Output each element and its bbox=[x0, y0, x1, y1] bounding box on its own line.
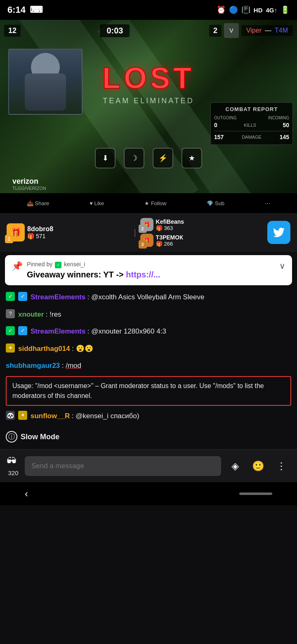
slow-mode-text: Slow Mode bbox=[21, 433, 59, 441]
donors-bar: 🎁 1 8dobro8 🎁 571 | 🎁 2 KefiBeans 🎁 363 bbox=[0, 213, 297, 252]
username-siddhar[interactable]: siddharthag014 bbox=[18, 345, 70, 353]
chat-msg-content-2: xnouter : !res bbox=[18, 309, 291, 320]
nav-pill[interactable] bbox=[239, 492, 272, 495]
donors-divider: | bbox=[134, 228, 136, 237]
username-xnouter[interactable]: xnouter bbox=[18, 310, 44, 318]
ability-3[interactable]: ⚡ bbox=[153, 148, 173, 168]
combat-incoming-label: INCOMING bbox=[268, 116, 289, 120]
stream-ctrl-follow[interactable]: ★ Follow bbox=[144, 200, 166, 206]
chat-area: 📌 Pinned by ✓ kensei_i Giveaway winners:… bbox=[0, 255, 297, 449]
cmd-usage-text: Usage: "/mod <username>" – Grant moderat… bbox=[12, 382, 264, 399]
signal-icon: 4G↑ bbox=[266, 7, 277, 14]
chat-text-2: : !res bbox=[46, 310, 61, 318]
chat-text-3: : @xnouter 1280x960 4:3 bbox=[87, 327, 166, 335]
video-player[interactable]: 12 0:03 2 V Viper — T4M LOST TEAM ELIMIN… bbox=[0, 20, 297, 193]
message-input[interactable] bbox=[25, 456, 221, 476]
game-hud-top: 12 0:03 2 V Viper — T4M bbox=[0, 23, 297, 38]
donor-rank1: 🎁 1 8dobro8 🎁 571 bbox=[7, 223, 130, 242]
rank1-number: 1 bbox=[5, 235, 13, 243]
hud-right-icons: V Viper — T4M bbox=[224, 23, 293, 38]
diamond-button[interactable]: ◈ bbox=[226, 457, 244, 475]
donor3-amount: 🎁 266 bbox=[156, 241, 183, 247]
stream-controls: 📤 Share ♥ Like ★ Follow 💎 Sub ⋯ bbox=[0, 193, 297, 213]
rank2-number: 2 bbox=[139, 225, 147, 233]
combat-val2-left: 157 bbox=[214, 134, 224, 140]
stream-ctrl-more[interactable]: ⋯ bbox=[265, 200, 270, 206]
lost-subtitle: TEAM ELIMINATED bbox=[102, 97, 195, 105]
lost-banner: LOST TEAM ELIMINATED bbox=[102, 61, 195, 105]
ability-2[interactable]: ☽ bbox=[124, 148, 144, 168]
nav-bar: ‹ bbox=[0, 482, 297, 505]
chat-message-4: ✦ siddharthag014 : 😮😮 bbox=[0, 340, 297, 358]
pinned-message[interactable]: 📌 Pinned by ✓ kensei_i Giveaway winners:… bbox=[5, 255, 292, 285]
donor1-amount: 🎁 571 bbox=[27, 233, 53, 239]
keyboard-icon: ⌨ bbox=[30, 5, 43, 15]
username-sunflow[interactable]: sunflow__R bbox=[31, 412, 70, 420]
pinned-link: https://... bbox=[126, 270, 160, 279]
hud-icon-1: V bbox=[224, 23, 239, 38]
back-button[interactable]: ‹ bbox=[25, 488, 28, 500]
combat-val2-right: 145 bbox=[280, 134, 289, 140]
vibrate-icon: 📳 bbox=[241, 5, 250, 14]
panda-badge: 🐼 bbox=[6, 411, 15, 420]
stream-ctrl-sub[interactable]: 💎 Sub bbox=[207, 200, 224, 206]
verizon-sponsor: verizon TLGG/VERIZON bbox=[8, 175, 50, 193]
status-time: 6:14 bbox=[7, 5, 26, 15]
stream-ctrl-like[interactable]: ♥ Like bbox=[90, 200, 104, 206]
pin-icon: 📌 bbox=[12, 261, 23, 272]
chat-msg-content-4: siddharthag014 : 😮😮 bbox=[18, 343, 291, 354]
webcam-person bbox=[9, 50, 82, 114]
chat-message-2: ? xnouter : !res bbox=[0, 306, 297, 323]
combat-outgoing-label: OUTGOING bbox=[214, 116, 236, 120]
rank1-badge: 🎁 1 bbox=[7, 223, 25, 242]
twitter-button[interactable] bbox=[267, 221, 290, 244]
star-badge-sunflow: ✦ bbox=[18, 411, 27, 420]
viewer-number: 320 bbox=[8, 469, 18, 476]
slow-mode-notice: ⓘ Slow Mode bbox=[0, 424, 297, 449]
donor3-info: Т3РЕМОК 🎁 266 bbox=[156, 234, 183, 247]
verified-badge-1: ✓ bbox=[18, 292, 27, 301]
message-bar: 🕶 320 ◈ 🙂 ⋮ bbox=[0, 449, 297, 482]
username-streamelements-1[interactable]: StreamElements bbox=[31, 293, 85, 301]
pinned-mod-icon: ✓ bbox=[55, 262, 61, 268]
pinned-content: Pinned by ✓ kensei_i Giveaway winners: Y… bbox=[27, 261, 275, 279]
chat-message-5: shubhamgaur23 : /mod bbox=[0, 357, 297, 374]
ability-4[interactable]: ★ bbox=[182, 148, 202, 168]
chat-text-1: : @xcolth Asics Volleyball Arm Sleeve bbox=[87, 293, 205, 301]
more-button[interactable]: ⋮ bbox=[272, 457, 290, 475]
score-right: 2 bbox=[209, 25, 222, 37]
chat-msg-content-3: StreamElements : @xnouter 1280x960 4:3 bbox=[31, 326, 291, 337]
chat-text-sunflow: : @kensei_i спасибо) bbox=[72, 412, 139, 420]
ability-1[interactable]: ⬇ bbox=[95, 148, 116, 168]
status-right: ⏰ 🔵 📳 HD 4G↑ 🔋 bbox=[217, 5, 290, 14]
alarm-icon: ⏰ bbox=[217, 5, 226, 14]
slow-mode-icon: ⓘ bbox=[6, 431, 17, 443]
donor2-name: KefiBeans bbox=[156, 218, 184, 225]
rank2-badge: 🎁 2 bbox=[140, 218, 153, 231]
chat-text-4: : 😮😮 bbox=[72, 345, 93, 353]
donor-rank2: 🎁 2 KefiBeans 🎁 363 bbox=[140, 218, 263, 231]
emoji-button[interactable]: 🙂 bbox=[249, 457, 267, 475]
combat-val1-left: 0 bbox=[214, 122, 217, 128]
username-streamelements-3[interactable]: StreamElements bbox=[31, 327, 85, 335]
status-left: 6:14 ⌨ bbox=[7, 5, 43, 15]
combat-report: COMBAT REPORT OUTGOING INCOMING 0 KILLS … bbox=[210, 102, 293, 145]
donor1-info: 8dobro8 🎁 571 bbox=[27, 225, 53, 239]
chat-msg-content-5: shubhamgaur23 : /mod bbox=[6, 360, 291, 371]
cmd-usage-box: Usage: "/mod <username>" – Grant moderat… bbox=[6, 376, 291, 406]
battery-icon: 🔋 bbox=[280, 5, 290, 14]
verified-badge-3: ✓ bbox=[18, 326, 27, 335]
chevron-down-icon[interactable]: ∨ bbox=[279, 261, 285, 271]
hud-player-bar: Viper — T4M bbox=[241, 25, 293, 36]
username-shubham[interactable]: shubhamgaur23 bbox=[6, 362, 60, 369]
donor1-name: 8dobro8 bbox=[27, 225, 53, 233]
game-bottom-hud[interactable]: ⬇ ☽ ⚡ ★ bbox=[0, 148, 297, 168]
viewer-count: 🕶 320 bbox=[7, 455, 20, 476]
status-bar: 6:14 ⌨ ⏰ 🔵 📳 HD 4G↑ 🔋 bbox=[0, 0, 297, 20]
combat-header: COMBAT REPORT bbox=[214, 106, 289, 112]
donor2-info: KefiBeans 🎁 363 bbox=[156, 218, 184, 231]
stream-ctrl-share[interactable]: 📤 Share bbox=[27, 200, 49, 206]
score-left: 12 bbox=[4, 25, 21, 37]
viewer-icon: 🕶 bbox=[7, 455, 20, 469]
chat-message-sunflow: 🐼 ✦ sunflow__R : @kensei_i спасибо) bbox=[0, 407, 297, 425]
